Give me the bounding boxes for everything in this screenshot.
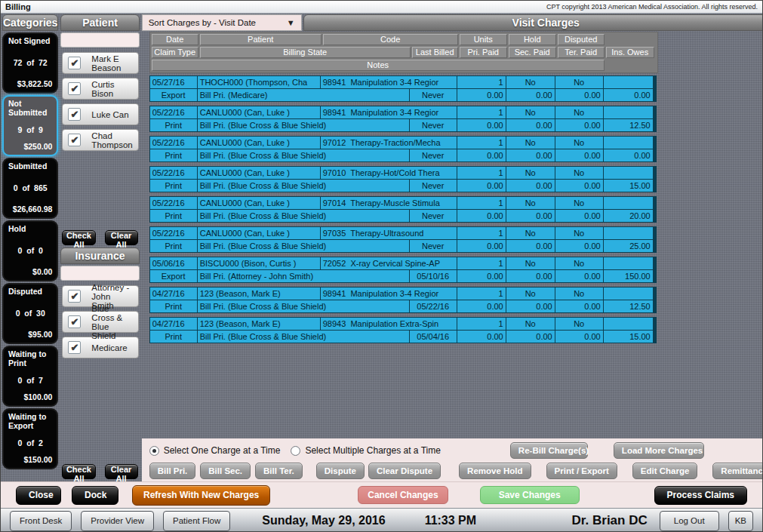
checked-checkbox[interactable]: ✔ <box>68 134 81 146</box>
charge-pri-paid: 0.00 <box>457 89 506 101</box>
charge-hold: No <box>506 318 555 330</box>
charge-blank <box>604 137 653 149</box>
charge-row[interactable]: 05/06/16 BISCU000 (Bison, Curtis ) 72052… <box>149 257 657 283</box>
patient-list-item[interactable]: ✔ Curtis Bison <box>62 78 138 100</box>
charge-row[interactable]: 05/22/16 CANLU000 (Can, Luke ) 97035 The… <box>149 226 657 253</box>
process-claims-button[interactable]: Process Claims <box>654 486 747 505</box>
charge-row[interactable]: 05/22/16 CANLU000 (Can, Luke ) 97014 The… <box>149 196 657 223</box>
charge-claim-type: Export <box>150 270 197 282</box>
charge-units: 1 <box>457 318 506 330</box>
charge-units: 1 <box>457 288 506 300</box>
category-card[interactable]: Disputed 0 of 30 $95.00 <box>2 283 58 344</box>
bill-ter-button[interactable]: Bill Ter. <box>255 463 303 479</box>
patient-flow-button[interactable]: Patient Flow <box>163 511 230 531</box>
patient-header: Patient <box>60 14 139 31</box>
category-card[interactable]: Hold 0 of 0 $0.00 <box>2 220 58 281</box>
charge-claim-type: Print <box>150 300 197 312</box>
charge-ter-paid: 0.00 <box>555 240 603 252</box>
charge-row[interactable]: 05/22/16 CANLU000 (Can, Luke ) 97012 The… <box>149 136 657 162</box>
charge-sec-paid: 0.00 <box>506 210 555 222</box>
print-export-button[interactable]: Print / Export <box>546 463 617 479</box>
charge-ter-paid: 0.00 <box>555 89 603 101</box>
patient-list-item[interactable]: ✔ Luke Can <box>62 103 138 125</box>
carrier-check-all-button[interactable]: Check All <box>62 464 95 479</box>
charge-patient: 123 (Beason, Mark E) <box>198 318 320 330</box>
category-card[interactable]: Not Submitted 9 of 9 $250.00 <box>2 95 58 156</box>
load-more-charges-button[interactable]: Load More Charges <box>614 442 704 459</box>
sort-charges-dropdown[interactable]: Sort Charges by - Visit Date ▼ <box>142 14 302 31</box>
rebill-charges-button[interactable]: Re-Bill Charge(s) <box>510 442 588 459</box>
kb-button[interactable]: KB <box>728 511 753 531</box>
charge-units: 1 <box>457 76 506 88</box>
charge-date: 05/22/16 <box>150 106 197 118</box>
clear-dispute-button[interactable]: Clear Dispute <box>368 463 441 479</box>
charge-row[interactable]: 05/22/16 CANLU000 (Can, Luke ) 97010 The… <box>149 166 657 192</box>
charge-blank <box>604 288 653 300</box>
charge-ins-owes: 0.00 <box>604 89 653 101</box>
action-bar: Close Dock Refresh With New Charges Canc… <box>1 481 762 508</box>
patient-list-item[interactable]: ✔ Chad Thompson <box>62 129 138 151</box>
dock-button[interactable]: Dock <box>72 486 118 505</box>
category-card[interactable]: Waiting to Print 0 of 7 $100.00 <box>2 346 58 407</box>
refresh-with-new-charges-button[interactable]: Refresh With New Charges <box>132 485 270 506</box>
charge-hold: No <box>506 227 555 239</box>
checked-checkbox[interactable]: ✔ <box>68 315 81 328</box>
category-card[interactable]: Submitted 0 of 865 $26,660.98 <box>2 158 58 219</box>
charge-date: 05/22/16 <box>150 197 197 209</box>
save-changes-button[interactable]: Save Changes <box>480 486 580 504</box>
patient-check-all-button[interactable]: Check All <box>62 230 95 245</box>
col-claim-type: Claim Type <box>152 47 198 58</box>
charge-disputed: No <box>555 318 603 330</box>
edit-charge-button[interactable]: Edit Charge <box>632 463 698 479</box>
log-out-button[interactable]: Log Out <box>660 511 719 531</box>
charge-blank <box>604 197 653 209</box>
list-item-label: Luke Can <box>91 110 128 119</box>
cancel-changes-button[interactable]: Cancel Changes <box>358 486 448 504</box>
select-one-radio[interactable] <box>149 446 159 456</box>
patient-list-item[interactable]: ✔ Mark E Beason <box>62 52 138 74</box>
list-item-label: Chad Thompson <box>91 131 132 149</box>
front-desk-button[interactable]: Front Desk <box>10 511 72 531</box>
remittances-button[interactable]: Remittances <box>712 463 763 479</box>
category-name: Not Signed <box>8 36 52 45</box>
charge-row[interactable]: 04/27/16 123 (Beason, Mark E) 98941 Mani… <box>149 287 657 313</box>
charge-disputed: No <box>555 137 603 149</box>
current-date: Sunday, May 29, 2016 <box>262 514 385 527</box>
charge-sec-paid: 0.00 <box>506 331 555 343</box>
col-ter-paid: Ter. Paid <box>558 47 605 58</box>
charge-claim-type: Print <box>150 149 197 161</box>
close-button[interactable]: Close <box>16 486 61 505</box>
charge-row[interactable]: 05/27/16 THOCH000 (Thompson, Cha 98941 M… <box>149 75 657 102</box>
dispute-button[interactable]: Dispute <box>316 463 365 479</box>
checked-checkbox[interactable]: ✔ <box>68 57 81 69</box>
patient-search-input[interactable] <box>60 32 139 48</box>
charge-last-billed: Never <box>410 149 457 161</box>
checked-checkbox[interactable]: ✔ <box>68 341 81 354</box>
patient-clear-all-button[interactable]: Clear All <box>105 230 138 245</box>
charge-row[interactable]: 04/27/16 123 (Beason, Mark E) 98943 Mani… <box>149 317 657 343</box>
checked-checkbox[interactable]: ✔ <box>68 108 81 121</box>
charge-billing-state: Bill Pri. (Blue Cross & Blue Shield) <box>198 331 409 343</box>
category-count: 9 of 9 <box>8 125 52 134</box>
select-multiple-radio[interactable] <box>291 446 300 456</box>
checked-checkbox[interactable]: ✔ <box>68 290 81 303</box>
select-one-label: Select One Charge at a Time <box>164 445 281 456</box>
carrier-list-item[interactable]: ✔ Blue Cross & Blue Shield <box>62 311 138 333</box>
category-card[interactable]: Not Signed 72 of 72 $3,822.50 <box>2 32 58 94</box>
charge-row[interactable]: 05/22/16 CANLU000 (Can, Luke ) 98941 Man… <box>149 106 657 132</box>
status-bar: Front Desk Provider View Patient Flow Su… <box>1 508 762 532</box>
carrier-search-input[interactable] <box>60 266 139 281</box>
category-name: Submitted <box>8 161 52 171</box>
charges-table-header: Date Patient Code Units Hold Disputed Cl… <box>149 32 658 73</box>
bill-pri-button[interactable]: Bill Pri. <box>149 463 196 479</box>
provider-view-button[interactable]: Provider View <box>81 511 154 531</box>
category-card[interactable]: Waiting to Export 0 of 2 $150.00 <box>2 408 58 469</box>
bill-sec-button[interactable]: Bill Sec. <box>200 463 251 479</box>
charge-billing-state: Bill Pri. (Blue Cross & Blue Shield) <box>198 240 409 252</box>
checked-checkbox[interactable]: ✔ <box>68 82 81 95</box>
charge-sec-paid: 0.00 <box>506 89 555 101</box>
remove-hold-button[interactable]: Remove Hold <box>459 463 531 479</box>
col-patient: Patient <box>200 34 322 45</box>
carrier-clear-all-button[interactable]: Clear All <box>105 464 138 479</box>
category-name: Waiting to Export <box>8 412 52 430</box>
